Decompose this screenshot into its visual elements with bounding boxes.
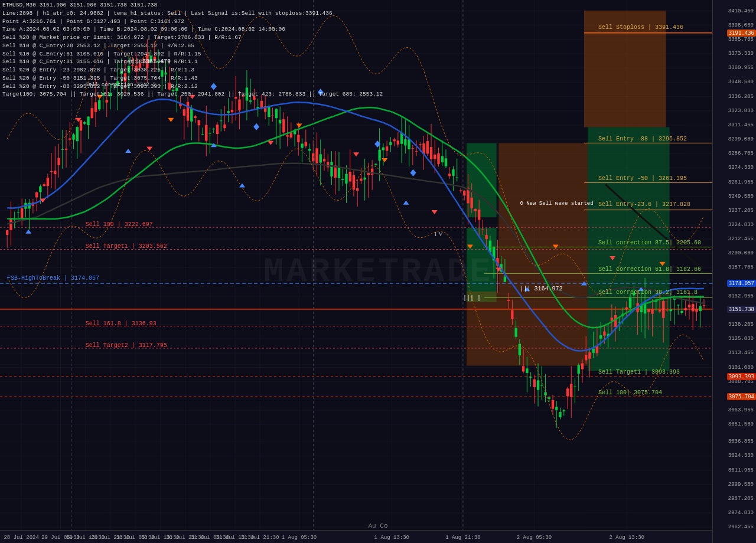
chart-container: MARKETRADE 3410.4503398.0803385.7053373.… <box>0 0 756 543</box>
price-label: 3348.580 <box>728 79 754 85</box>
price-axis: 3410.4503398.0803385.7053373.3303360.955… <box>712 0 756 543</box>
price-label: 3311.455 <box>728 122 754 128</box>
highlighted-price-label: 3174.057 <box>727 280 756 287</box>
price-label: 3101.080 <box>728 365 754 371</box>
price-label: 3162.955 <box>728 293 754 299</box>
time-axis: 28 Jul 202429 Jul 05:3029 Jul 13:3029 Ju… <box>0 530 712 543</box>
main-chart-canvas <box>0 0 712 530</box>
price-label: 3398.080 <box>728 22 754 28</box>
price-label: 3373.330 <box>728 51 754 57</box>
price-label: 3360.955 <box>728 65 754 71</box>
price-label: 3336.205 <box>728 94 754 100</box>
highlighted-price-label: 3093.393 <box>727 373 756 380</box>
price-label: 3011.955 <box>728 467 754 473</box>
price-label: 2974.830 <box>728 510 754 516</box>
price-label: 3113.455 <box>728 350 754 356</box>
price-label: 3249.580 <box>728 194 754 199</box>
time-label: 2 Aug 05:30 <box>517 535 552 541</box>
price-label: 3051.580 <box>728 421 754 427</box>
time-label: 31 Jul 21:30 <box>241 535 279 541</box>
price-label: 3063.955 <box>728 407 754 413</box>
highlighted-price-label: 3075.704 <box>727 393 756 400</box>
price-label: 2987.205 <box>728 496 754 502</box>
au-co-label: Au Co <box>368 522 387 529</box>
price-label: 3410.450 <box>728 8 754 14</box>
price-label: 3286.705 <box>728 151 754 156</box>
time-label: 28 Jul 2024 <box>4 535 38 541</box>
price-label: 3237.205 <box>728 208 754 214</box>
price-label: 3200.080 <box>728 250 754 256</box>
price-label: 3187.705 <box>728 264 754 270</box>
highlighted-price-label: 3151.738 <box>727 306 756 313</box>
price-label: 3261.955 <box>728 179 754 185</box>
price-label: 3323.830 <box>728 108 754 114</box>
time-label: 1 Aug 21:30 <box>445 535 480 541</box>
price-label: 3224.830 <box>728 222 754 228</box>
price-label: 3036.855 <box>728 439 754 444</box>
time-label: 1 Aug 05:30 <box>282 535 317 541</box>
time-label: 1 Aug 13:30 <box>374 535 409 541</box>
price-label: 2962.455 <box>728 524 754 530</box>
price-label: 3274.330 <box>728 165 754 171</box>
price-label: 3385.705 <box>728 37 754 42</box>
price-label: 3212.455 <box>728 236 754 242</box>
highlighted-price-label: 3191.436 <box>727 30 756 37</box>
time-label: 2 Aug 13:30 <box>610 535 644 541</box>
price-label: 3299.080 <box>728 136 754 142</box>
price-label: 3024.330 <box>728 453 754 459</box>
price-label: 3138.205 <box>728 322 754 328</box>
price-label: 2999.580 <box>728 482 754 488</box>
price-label: 3125.830 <box>728 336 754 342</box>
